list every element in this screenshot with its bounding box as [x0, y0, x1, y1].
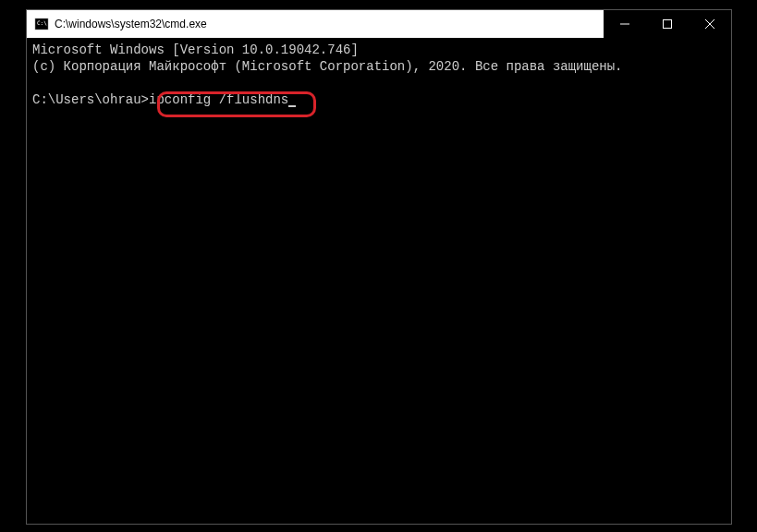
window-controls: [604, 10, 731, 38]
titlebar[interactable]: C:\ C:\windows\system32\cmd.exe: [27, 10, 731, 38]
command-input[interactable]: ipconfig /flushdns: [149, 92, 288, 107]
cmd-window: C:\ C:\windows\system32\cmd.exe: [26, 9, 732, 525]
close-button[interactable]: [689, 10, 731, 38]
svg-rect-3: [664, 20, 672, 29]
window-title: C:\windows\system32\cmd.exe: [55, 18, 207, 30]
titlebar-left: C:\ C:\windows\system32\cmd.exe: [34, 17, 207, 31]
svg-text:C:\: C:\: [37, 19, 47, 26]
cursor: [288, 105, 296, 107]
cmd-icon: C:\: [34, 17, 49, 31]
minimize-button[interactable]: [604, 10, 646, 38]
maximize-button[interactable]: [646, 10, 689, 38]
copyright-line: (c) Корпорация Майкрософт (Microsoft Cor…: [32, 59, 623, 74]
prompt: C:\Users\ohrau>: [32, 92, 149, 107]
version-line: Microsoft Windows [Version 10.0.19042.74…: [32, 42, 359, 57]
terminal-content[interactable]: Microsoft Windows [Version 10.0.19042.74…: [27, 38, 731, 112]
